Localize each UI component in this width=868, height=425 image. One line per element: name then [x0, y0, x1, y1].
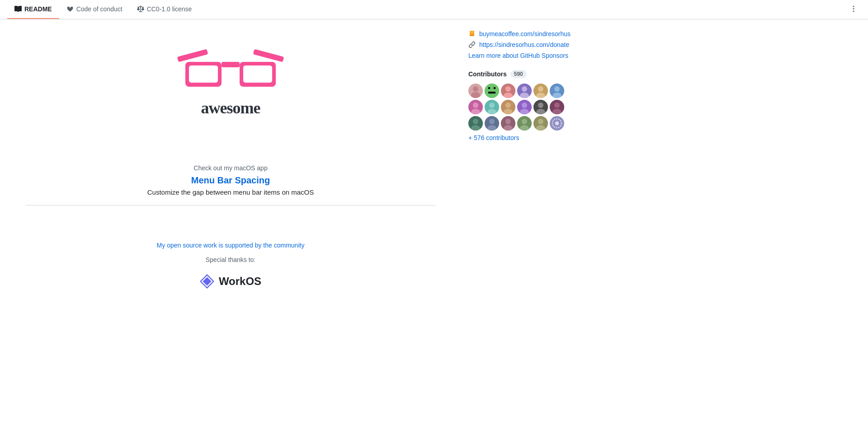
svg-rect-10	[470, 35, 474, 36]
more-contributors-link[interactable]: + 576 contributors	[468, 134, 519, 141]
contributor-avatar-14[interactable]	[485, 116, 499, 131]
book-icon	[14, 5, 22, 13]
workos-logo: WorkOS	[200, 274, 261, 289]
svg-point-48	[473, 119, 478, 124]
tab-bar: README Code of conduct CC0-1.0 license	[0, 0, 868, 19]
community-link[interactable]: My open source work is supported by the …	[157, 242, 305, 249]
svg-point-27	[554, 86, 560, 92]
svg-point-33	[489, 103, 495, 108]
contributor-avatar-13[interactable]	[468, 116, 483, 131]
learn-more-sponsors-link[interactable]: Learn more about GitHub Sponsors	[468, 52, 571, 59]
contributor-avatar-16[interactable]	[517, 116, 532, 131]
tab-code-of-conduct[interactable]: Code of conduct	[59, 0, 130, 19]
contributor-avatar-18[interactable]	[550, 116, 564, 131]
readme-content: awesome Check out my macOS app Menu Bar …	[18, 30, 443, 303]
awesome-logo: awesome	[176, 45, 285, 117]
svg-point-51	[489, 119, 495, 124]
svg-rect-1	[253, 49, 284, 62]
contributor-avatar-6[interactable]	[550, 84, 564, 98]
tab-code-of-conduct-label: Code of conduct	[76, 5, 123, 13]
contributor-avatar-10[interactable]	[517, 100, 532, 114]
contributors-grid	[468, 84, 571, 131]
link-icon	[468, 41, 476, 48]
community-section: My open source work is supported by the …	[25, 242, 436, 289]
coffee-icon	[468, 30, 476, 37]
svg-point-30	[473, 103, 478, 108]
promo-desc: Customize the gap between menu bar items…	[25, 188, 436, 196]
svg-rect-0	[177, 49, 208, 62]
svg-point-18	[505, 86, 511, 92]
workos-diamond-icon	[200, 274, 214, 289]
svg-point-54	[505, 119, 511, 124]
svg-rect-6	[243, 65, 272, 83]
contributor-avatar-4[interactable]	[517, 84, 532, 98]
svg-rect-2	[222, 62, 240, 67]
contributor-avatar-7[interactable]	[468, 100, 483, 114]
main-layout: awesome Check out my macOS app Menu Bar …	[0, 19, 868, 425]
awesome-title: awesome	[176, 98, 285, 117]
content-area: awesome Check out my macOS app Menu Bar …	[0, 19, 461, 425]
tab-readme[interactable]: README	[7, 0, 59, 19]
contributor-avatar-8[interactable]	[485, 100, 499, 114]
special-thanks: Special thanks to:	[25, 256, 436, 263]
contributor-avatar-11[interactable]	[533, 100, 548, 114]
contributor-avatar-9[interactable]	[501, 100, 515, 114]
law-icon	[137, 5, 144, 13]
heart-icon	[66, 5, 74, 13]
svg-point-60	[538, 119, 543, 124]
svg-point-39	[522, 103, 527, 108]
tab-license-label: CC0-1.0 license	[147, 5, 192, 13]
svg-point-11	[473, 86, 478, 92]
tab-license[interactable]: CC0-1.0 license	[130, 0, 199, 19]
contributors-title: Contributors	[468, 70, 507, 78]
svg-rect-13	[485, 84, 499, 98]
contributor-avatar-15[interactable]	[501, 116, 515, 131]
buymeacoffee-link[interactable]: buymeacoffee.com/sindresorhus	[479, 30, 571, 37]
contributor-avatar-5[interactable]	[533, 84, 548, 98]
svg-point-57	[522, 119, 527, 124]
svg-point-24	[538, 86, 543, 92]
svg-rect-15	[494, 87, 495, 89]
promo-divider	[25, 205, 436, 205]
svg-point-21	[522, 86, 527, 92]
svg-rect-14	[488, 87, 490, 89]
contributor-avatar-2[interactable]	[485, 84, 499, 98]
promo-title-link[interactable]: Menu Bar Spacing	[25, 175, 436, 186]
workos-name: WorkOS	[219, 275, 261, 288]
contributor-avatar-12[interactable]	[550, 100, 564, 114]
promo-subtitle: Check out my macOS app	[25, 164, 436, 172]
svg-point-12	[471, 92, 480, 98]
contributors-header: Contributors 590	[468, 70, 571, 78]
tab-readme-label: README	[24, 5, 52, 13]
donate-link[interactable]: https://sindresorhus.com/donate	[479, 41, 569, 48]
awesome-glasses-svg	[176, 45, 285, 90]
svg-point-42	[538, 103, 543, 108]
workos-section: WorkOS	[25, 274, 436, 289]
contributors-count: 590	[510, 70, 527, 78]
buymeacoffee-row: buymeacoffee.com/sindresorhus	[468, 30, 571, 37]
svg-point-36	[505, 103, 511, 108]
svg-rect-4	[189, 65, 218, 83]
svg-point-64	[555, 121, 559, 125]
kebab-menu-icon	[850, 5, 857, 13]
donate-row: https://sindresorhus.com/donate	[468, 41, 571, 48]
contributor-avatar-3[interactable]	[501, 84, 515, 98]
tab-menu-button[interactable]	[846, 2, 861, 18]
sidebar: buymeacoffee.com/sindresorhus https://si…	[461, 19, 579, 425]
contributor-avatar-1[interactable]	[468, 84, 483, 98]
contributor-avatar-17[interactable]	[533, 116, 548, 131]
svg-point-45	[554, 103, 560, 108]
svg-rect-16	[488, 92, 495, 93]
contributors-section: Contributors 590	[468, 70, 571, 141]
promo-section: Check out my macOS app Menu Bar Spacing …	[25, 164, 436, 196]
